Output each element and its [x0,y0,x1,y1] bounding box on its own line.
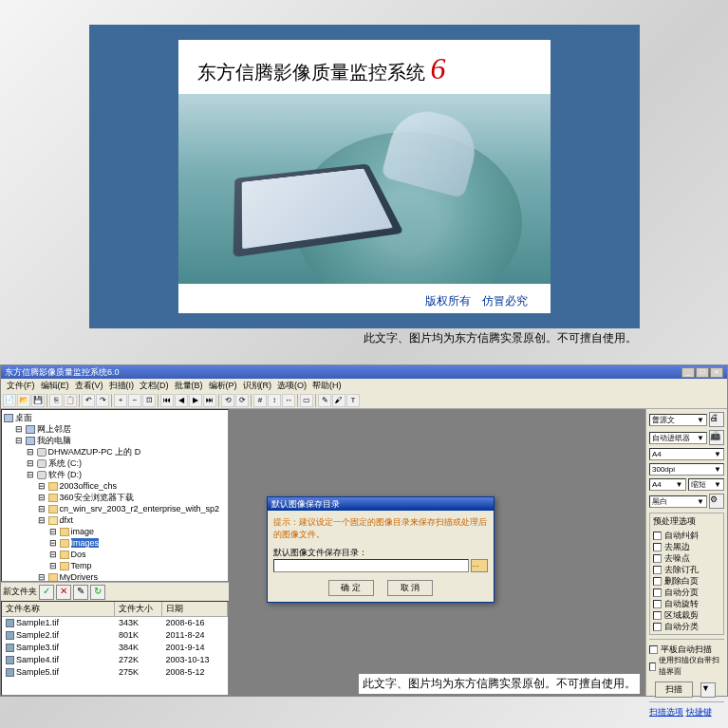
maximize-button[interactable]: □ [696,367,709,378]
file-row[interactable]: Sample2.tif801K2011-8-24 [2,629,228,642]
close-button[interactable]: × [710,367,723,378]
dpi-select[interactable]: 300dpi▼ [649,463,724,476]
file-list[interactable]: 文件名称文件大小日期 Sample1.tif343K2008-6-16Sampl… [1,601,229,696]
tree-item[interactable]: ⊟ DHWAMZUP-PC 上的 D [4,446,226,457]
tree-label: 360安全浏览器下载 [60,493,134,502]
tb-next-icon[interactable]: ▶ [189,394,202,407]
tb-zoomin-icon[interactable]: + [114,394,127,407]
add-folder-button[interactable]: ✓ [39,585,54,600]
preprocess-check[interactable]: 去黑边 [653,541,720,552]
hotkey-link[interactable]: 快捷键 [686,707,712,717]
scan-dropdown-icon[interactable]: ▼ [700,682,716,698]
tb-rotate-l-icon[interactable]: ⟲ [221,394,234,407]
preprocess-check[interactable]: 删除白页 [653,575,720,587]
menu-view[interactable]: 查看(V) [73,380,105,391]
tree-item[interactable]: ⊟ 我的电脑 [4,435,226,446]
preprocess-check[interactable]: 自动分页 [653,587,720,598]
folder-tree[interactable]: 桌面⊟ 网上邻居⊟ 我的电脑⊟ DHWAMZUP-PC 上的 D⊟ 系统 (C:… [1,409,229,582]
tree-item[interactable]: ⊟ cn_win_srv_2003_r2_enterprise_with_sp2 [4,503,226,514]
preprocess-check[interactable]: 自动旋转 [653,598,720,609]
tree-item[interactable]: ⊟ Dos [4,549,226,560]
file-row[interactable]: Sample5.tif275K2008-5-12 [2,666,228,679]
tb-pen-icon[interactable]: ✎ [318,394,331,407]
menu-file[interactable]: 文件(F) [5,380,37,391]
tree-item[interactable]: ⊟ dfxt [4,514,226,526]
image-viewport[interactable]: 默认图像保存目录 提示：建议设定一个固定的图像目录来保存扫描或处理后的图像文件。… [229,409,645,696]
browse-button[interactable]: … [471,559,488,572]
tree-item[interactable]: ⊟ image [4,526,226,537]
tb-new-icon[interactable]: 📄 [3,394,16,407]
tb-text-icon[interactable]: T [346,394,360,407]
col-header[interactable]: 文件大小 [115,602,162,616]
preprocess-check[interactable]: 自动纠斜 [653,530,720,541]
tb-arrow-h-icon[interactable]: ↔ [282,394,295,407]
file-row[interactable]: Sample4.tif272K2003-10-13 [2,654,228,666]
folder-icon [60,562,69,570]
menu-ocr[interactable]: 识别(R) [241,380,274,391]
preprocess-check[interactable]: 去噪点 [653,552,720,564]
tb-zoomout-icon[interactable]: − [128,394,141,407]
tree-item[interactable]: 桌面 [4,412,226,423]
feeder-select[interactable]: 自动进纸器▼ [649,432,707,444]
native-ui-check[interactable]: 使用扫描仪自带扫描界面 [649,655,724,678]
flatbed-autoscan-check[interactable]: 平板自动扫描 [649,644,724,655]
tree-item[interactable]: ⊟ 360安全浏览器下载 [4,492,226,503]
file-row[interactable]: Sample3.tif384K2001-9-14 [2,642,228,654]
tb-prev-icon[interactable]: ◀ [175,394,188,407]
tb-redo-icon[interactable]: ↷ [96,394,109,407]
menu-help[interactable]: 帮助(H) [310,380,344,391]
tree-item[interactable]: ⊟ 网上邻居 [4,423,226,435]
delete-folder-button[interactable]: ✕ [56,585,71,600]
ok-button[interactable]: 确 定 [328,580,374,596]
newfolder-label: 新文件夹 [3,586,37,598]
tb-crop-icon[interactable]: ▭ [300,394,313,407]
size-select[interactable]: A4▼ [649,478,686,491]
tb-first-icon[interactable]: ⏮ [160,394,174,407]
menu-batch[interactable]: 批量(B) [173,380,205,391]
paper-select[interactable]: A4▼ [649,448,724,460]
tb-fit-icon[interactable]: ⊡ [142,394,156,407]
col-header[interactable]: 文件名称 [2,602,115,616]
menu-options[interactable]: 选项(O) [275,380,308,391]
color-select[interactable]: 黑白▼ [649,495,707,508]
minimize-button[interactable]: _ [681,367,695,378]
file-row[interactable]: Sample1.tif343K2008-6-16 [2,617,228,629]
scan-button[interactable]: 扫描 [655,681,693,698]
tb-save-icon[interactable]: 💾 [31,394,45,407]
tree-item[interactable]: ⊟ 系统 (C:) [4,457,226,469]
scanner-icon[interactable]: 📠 [709,430,724,445]
menu-scan[interactable]: 扫描(I) [107,380,137,391]
refresh-button[interactable]: ↻ [90,585,105,600]
menu-edit[interactable]: 编辑(E) [39,380,71,391]
tb-paste-icon[interactable]: 📋 [64,394,77,407]
scanner-select[interactable]: 普源文▼ [649,414,707,426]
menu-doc[interactable]: 文档(D) [138,380,171,391]
tb-open-icon[interactable]: 📂 [17,394,30,407]
tree-item[interactable]: ⊟ Images [4,537,226,549]
tree-item[interactable]: ⊟ 软件 (D:) [4,469,226,480]
rename-folder-button[interactable]: ✎ [73,585,88,600]
tb-last-icon[interactable]: ⏭ [203,394,216,407]
menu-parse[interactable]: 编析(P) [207,380,239,391]
tb-grid-icon[interactable]: # [253,394,267,407]
tree-item[interactable]: ⊟ Temp [4,560,226,571]
save-path-input[interactable] [273,559,469,572]
cancel-button[interactable]: 取 消 [387,580,433,596]
dialog-title[interactable]: 默认图像保存目录 [268,497,494,511]
preprocess-check[interactable]: 自动分类 [653,621,720,632]
shrink-select[interactable]: 缩短▼ [688,478,725,491]
config-icon[interactable]: ⚙ [709,494,724,509]
tb-brush-icon[interactable]: 🖌 [332,394,345,407]
tb-undo-icon[interactable]: ↶ [82,394,95,407]
col-header[interactable]: 日期 [162,602,228,616]
tree-item[interactable]: ⊟ MyDrivers [4,571,226,582]
tb-rotate-r-icon[interactable]: ⟳ [235,394,249,407]
scan-options-link[interactable]: 扫描选项 [649,707,683,717]
tb-arrow-v-icon[interactable]: ↕ [268,394,281,407]
tree-item[interactable]: ⊟ 2003office_chs [4,480,226,492]
printer-icon[interactable]: 🖨 [709,412,724,427]
preprocess-check[interactable]: 去除订孔 [653,564,720,575]
preprocess-check[interactable]: 区域裁剪 [653,609,720,621]
titlebar[interactable]: 东方信腾影像质量监控系统6.0 _ □ × [1,365,727,379]
tb-copy-icon[interactable]: ⎘ [49,394,63,407]
